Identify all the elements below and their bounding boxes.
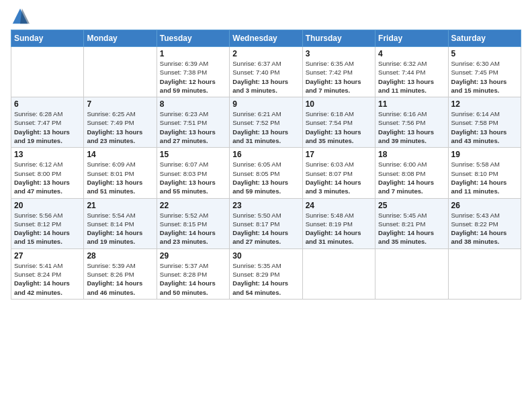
day-info: Sunrise: 6:05 AMSunset: 8:05 PMDaylight:… xyxy=(232,160,299,195)
day-info-line: Daylight: 13 hours and 15 minutes. xyxy=(451,78,507,94)
day-number: 21 xyxy=(87,201,153,210)
day-info: Sunrise: 6:32 AMSunset: 7:44 PMDaylight:… xyxy=(378,59,445,95)
day-info-line: Sunrise: 5:37 AM xyxy=(160,262,208,269)
day-info: Sunrise: 6:16 AMSunset: 7:56 PMDaylight:… xyxy=(378,109,445,145)
weekday-header-cell: Saturday xyxy=(448,30,521,47)
day-info: Sunrise: 5:58 AMSunset: 8:10 PMDaylight:… xyxy=(451,160,518,195)
day-info: Sunrise: 6:25 AMSunset: 7:49 PMDaylight:… xyxy=(87,109,153,145)
calendar-cell: 7Sunrise: 6:25 AMSunset: 7:49 PMDaylight… xyxy=(84,97,157,148)
day-info-line: Sunset: 8:17 PM xyxy=(232,220,279,228)
calendar-cell: 26Sunrise: 5:43 AMSunset: 8:22 PMDayligh… xyxy=(448,198,521,248)
day-info-line: Daylight: 14 hours and 31 minutes. xyxy=(306,229,361,245)
day-number: 13 xyxy=(14,150,81,159)
day-info-line: Daylight: 14 hours and 3 minutes. xyxy=(306,179,361,195)
day-info: Sunrise: 5:41 AMSunset: 8:24 PMDaylight:… xyxy=(14,261,81,297)
day-number: 24 xyxy=(306,201,372,210)
calendar: SundayMondayTuesdayWednesdayThursdayFrid… xyxy=(11,30,521,300)
day-number: 15 xyxy=(160,150,226,159)
day-info-line: Sunrise: 6:21 AM xyxy=(232,110,281,118)
day-info-line: Sunrise: 5:52 AM xyxy=(160,212,208,219)
day-info-line: Sunrise: 6:23 AM xyxy=(160,110,208,118)
day-info-line: Sunset: 7:54 PM xyxy=(306,119,353,126)
calendar-cell: 23Sunrise: 5:50 AMSunset: 8:17 PMDayligh… xyxy=(230,198,302,248)
day-number: 1 xyxy=(160,49,226,58)
day-info-line: Daylight: 13 hours and 3 minutes. xyxy=(232,78,288,94)
calendar-cell: 5Sunrise: 6:30 AMSunset: 7:45 PMDaylight… xyxy=(448,47,521,97)
day-info-line: Sunrise: 6:37 AM xyxy=(232,60,281,67)
day-info-line: Sunset: 8:14 PM xyxy=(87,220,134,228)
logo-icon xyxy=(11,7,30,26)
day-info-line: Daylight: 14 hours and 11 minutes. xyxy=(451,179,507,195)
day-info-line: Daylight: 13 hours and 39 minutes. xyxy=(378,128,434,144)
day-number: 20 xyxy=(14,201,81,210)
day-info-line: Daylight: 13 hours and 31 minutes. xyxy=(232,128,288,144)
day-number: 17 xyxy=(306,150,372,159)
day-info-line: Sunset: 7:38 PM xyxy=(160,68,207,76)
svg-marker-1 xyxy=(20,9,30,24)
calendar-cell: 22Sunrise: 5:52 AMSunset: 8:15 PMDayligh… xyxy=(157,198,229,248)
day-info-line: Sunrise: 6:00 AM xyxy=(378,161,427,168)
calendar-cell: 30Sunrise: 5:35 AMSunset: 8:29 PMDayligh… xyxy=(230,248,302,299)
day-info: Sunrise: 5:43 AMSunset: 8:22 PMDaylight:… xyxy=(451,211,518,246)
day-number: 16 xyxy=(232,150,299,159)
calendar-cell: 16Sunrise: 6:05 AMSunset: 8:05 PMDayligh… xyxy=(230,148,302,198)
day-info-line: Daylight: 14 hours and 42 minutes. xyxy=(14,279,70,295)
calendar-cell: 2Sunrise: 6:37 AMSunset: 7:40 PMDaylight… xyxy=(230,47,302,97)
day-info: Sunrise: 6:12 AMSunset: 8:00 PMDaylight:… xyxy=(14,160,81,195)
day-info: Sunrise: 5:37 AMSunset: 8:28 PMDaylight:… xyxy=(160,261,226,297)
day-info-line: Sunset: 8:19 PM xyxy=(306,220,353,228)
day-number: 8 xyxy=(160,99,226,109)
day-info: Sunrise: 5:54 AMSunset: 8:14 PMDaylight:… xyxy=(87,211,153,246)
calendar-cell: 3Sunrise: 6:35 AMSunset: 7:42 PMDaylight… xyxy=(302,47,375,97)
day-info-line: Sunset: 7:40 PM xyxy=(232,68,279,76)
day-number: 5 xyxy=(451,49,518,58)
day-number: 11 xyxy=(378,99,445,109)
day-info-line: Sunrise: 6:30 AM xyxy=(451,60,500,67)
day-number: 30 xyxy=(232,251,299,261)
day-info-line: Daylight: 14 hours and 46 minutes. xyxy=(87,279,142,295)
weekday-header-cell: Tuesday xyxy=(157,30,229,47)
calendar-cell: 6Sunrise: 6:28 AMSunset: 7:47 PMDaylight… xyxy=(11,97,84,148)
weekday-header-cell: Monday xyxy=(84,30,157,47)
day-info-line: Daylight: 14 hours and 15 minutes. xyxy=(14,229,70,245)
day-info-line: Daylight: 14 hours and 19 minutes. xyxy=(87,229,142,245)
day-info-line: Sunrise: 6:18 AM xyxy=(306,110,354,118)
day-info-line: Daylight: 13 hours and 47 minutes. xyxy=(14,179,70,195)
calendar-cell: 14Sunrise: 6:09 AMSunset: 8:01 PMDayligh… xyxy=(84,148,157,198)
day-info-line: Daylight: 13 hours and 51 minutes. xyxy=(87,179,142,195)
day-info-line: Sunset: 8:28 PM xyxy=(160,271,207,278)
calendar-week-row: 27Sunrise: 5:41 AMSunset: 8:24 PMDayligh… xyxy=(11,248,521,299)
calendar-cell: 21Sunrise: 5:54 AMSunset: 8:14 PMDayligh… xyxy=(84,198,157,248)
header xyxy=(11,7,521,26)
day-info-line: Sunrise: 6:35 AM xyxy=(306,60,354,67)
day-info-line: Sunset: 8:21 PM xyxy=(378,220,425,228)
day-info-line: Sunset: 8:29 PM xyxy=(232,271,279,278)
day-info-line: Sunset: 8:26 PM xyxy=(87,271,134,278)
day-number: 23 xyxy=(232,201,299,210)
calendar-week-row: 6Sunrise: 6:28 AMSunset: 7:47 PMDaylight… xyxy=(11,97,521,148)
day-info-line: Sunrise: 6:28 AM xyxy=(14,110,62,118)
day-info-line: Sunrise: 5:35 AM xyxy=(232,262,281,269)
day-info: Sunrise: 5:52 AMSunset: 8:15 PMDaylight:… xyxy=(160,211,226,246)
day-info-line: Daylight: 13 hours and 23 minutes. xyxy=(87,128,142,144)
day-number: 7 xyxy=(87,99,153,109)
day-number: 25 xyxy=(378,201,445,210)
day-info-line: Sunset: 8:15 PM xyxy=(160,220,207,228)
calendar-cell: 24Sunrise: 5:48 AMSunset: 8:19 PMDayligh… xyxy=(302,198,375,248)
calendar-cell: 27Sunrise: 5:41 AMSunset: 8:24 PMDayligh… xyxy=(11,248,84,299)
calendar-week-row: 13Sunrise: 6:12 AMSunset: 8:00 PMDayligh… xyxy=(11,148,521,198)
day-number: 2 xyxy=(232,49,299,58)
day-info-line: Sunset: 8:07 PM xyxy=(306,170,353,177)
day-number: 9 xyxy=(232,99,299,109)
day-info-line: Daylight: 14 hours and 27 minutes. xyxy=(232,229,288,245)
day-number: 14 xyxy=(87,150,153,159)
day-info-line: Sunset: 8:03 PM xyxy=(160,170,207,177)
calendar-cell xyxy=(448,248,521,299)
calendar-cell: 13Sunrise: 6:12 AMSunset: 8:00 PMDayligh… xyxy=(11,148,84,198)
calendar-body: 1Sunrise: 6:39 AMSunset: 7:38 PMDaylight… xyxy=(11,47,521,300)
day-info-line: Sunset: 7:51 PM xyxy=(160,119,207,126)
calendar-cell xyxy=(84,47,157,97)
weekday-header-cell: Thursday xyxy=(302,30,375,47)
day-info-line: Sunrise: 6:07 AM xyxy=(160,161,208,168)
day-info: Sunrise: 6:23 AMSunset: 7:51 PMDaylight:… xyxy=(160,109,226,145)
